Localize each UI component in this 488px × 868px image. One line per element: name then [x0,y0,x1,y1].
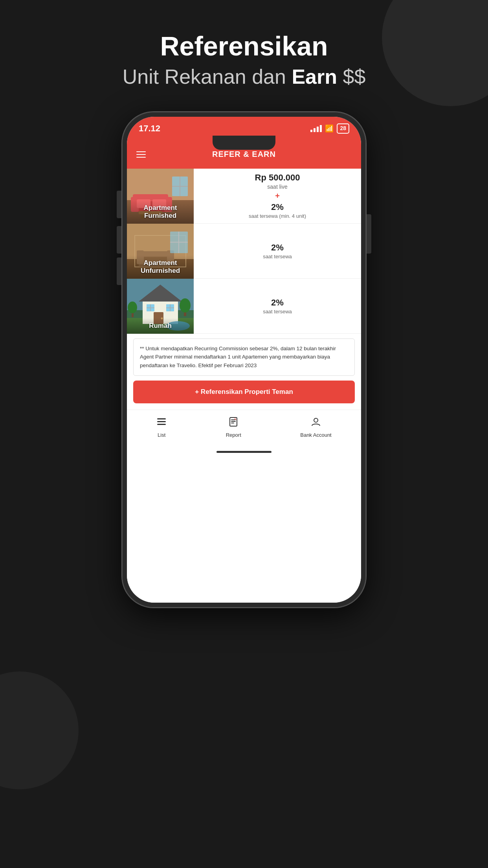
property-percent: 2% [271,243,284,253]
svg-rect-44 [157,424,166,425]
property-card-apt-unfurnished: Apartment Unfurnished 2% saat tersewa [127,224,361,279]
property-card-apt-furnished: Apartment Furnished Rp 500.000 saat live… [127,169,361,224]
bank-account-icon [311,417,321,430]
notice-text: ** Untuk mendapatkan Recurring Commissio… [140,346,336,368]
home-indicator [127,445,361,459]
property-percent: 2% [271,202,284,212]
property-image-rumah: Rumah [127,279,194,334]
property-image-apt-unfurnished: Apartment Unfurnished [127,224,194,279]
subtitle-suffix: $$ [337,65,365,88]
nav-label-report: Report [226,432,241,438]
hamburger-menu-icon[interactable] [136,151,146,158]
cta-label: + Referensikan Properti Teman [195,388,293,396]
svg-point-39 [180,298,191,313]
app-content: Apartment Furnished Rp 500.000 saat live… [127,169,361,603]
nav-label-list: List [158,432,165,438]
nav-item-list[interactable]: List [156,417,167,438]
home-indicator-bar [216,451,272,453]
notice-box: ** Untuk mendapatkan Recurring Commissio… [133,338,355,376]
report-icon [228,417,238,430]
property-image-apt-furnished: Apartment Furnished [127,169,194,224]
svg-rect-47 [231,421,236,422]
plus-sign: + [275,191,280,200]
nav-label-bank-account: Bank Account [300,432,332,438]
header-subtitle: Unit Rekanan dan Earn $$ [123,65,366,88]
battery-badge: 28 [337,123,349,134]
property-min: saat tersewa (min. 4 unit) [249,213,306,219]
property-label-apt-furnished: Apartment Furnished [127,200,194,224]
property-percent: 2% [271,298,284,308]
status-time: 17.12 [139,123,160,134]
wifi-icon: 📶 [325,124,334,133]
svg-rect-48 [231,423,234,423]
property-info-rumah: 2% saat tersewa [194,279,361,333]
property-info-apt-unfurnished: 2% saat tersewa [194,224,361,278]
bottom-nav: List Report [127,410,361,445]
cta-button[interactable]: + Referensikan Properti Teman [133,381,355,403]
property-when: saat tersewa [263,309,292,314]
nav-item-report[interactable]: Report [226,417,241,438]
status-icons: 📶 28 [310,123,349,134]
property-price: Rp 500.000 [255,173,300,183]
nav-item-bank-account[interactable]: Bank Account [300,417,332,438]
property-when: saat tersewa [263,254,292,259]
property-when: saat live [267,184,287,190]
subtitle-bold: Earn [292,65,337,88]
svg-point-41 [128,302,137,313]
app-title: REFER & EARN [212,150,276,159]
signal-icon [310,125,322,132]
svg-rect-42 [157,418,166,419]
svg-point-50 [314,418,318,422]
header-section: Referensikan Unit Rekanan dan Earn $$ [123,31,366,88]
property-label-apt-unfurnished: Apartment Unfurnished [127,255,194,279]
property-card-rumah: Rumah 2% saat tersewa [127,279,361,334]
phone-wrapper: 17.12 📶 28 [122,112,366,607]
notch [213,136,275,150]
property-info-apt-furnished: Rp 500.000 saat live + 2% saat tersewa (… [194,169,361,223]
list-icon [156,417,167,430]
property-label-rumah: Rumah [127,318,194,334]
svg-rect-43 [157,421,166,422]
header-title: Referensikan [123,31,366,61]
phone-outer: 17.12 📶 28 [122,112,366,607]
subtitle-normal: Unit Rekanan dan [123,65,292,88]
phone-inner: 17.12 📶 28 [127,117,361,603]
